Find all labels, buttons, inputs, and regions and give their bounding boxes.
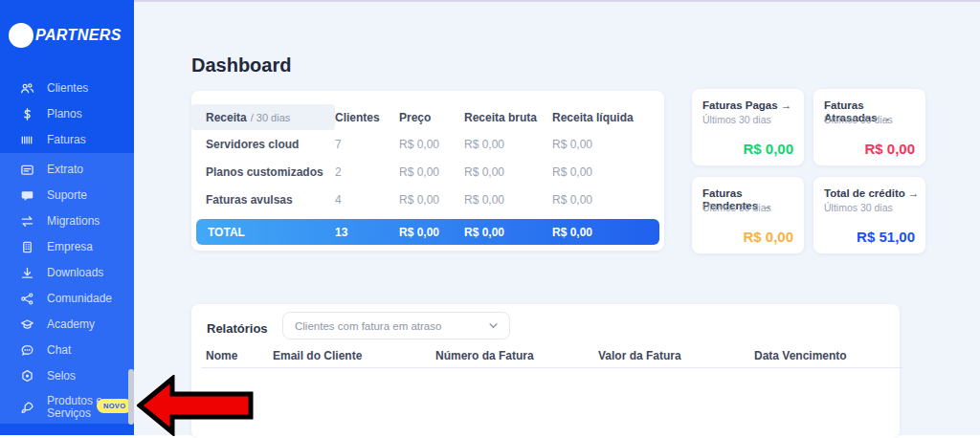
chevron-down-icon: [489, 323, 498, 329]
sidebar-item-empresa[interactable]: Empresa: [0, 234, 134, 260]
row-bruta: R$ 0,00: [464, 138, 552, 151]
total-label: TOTAL: [196, 226, 335, 239]
card-subtitle: Últimos 30 dias: [824, 114, 893, 125]
card-title: Total de crédito→: [824, 187, 919, 200]
column-header-clientes: Clientes: [335, 111, 399, 124]
revenue-table-header: Receita / 30 dias Clientes Preço Receita…: [191, 104, 664, 130]
sidebar-item-label: Extrato: [47, 164, 83, 176]
sidebar-item-extrato[interactable]: Extrato: [0, 157, 134, 183]
logo-text: PARTNERS: [35, 27, 122, 44]
row-clientes: 2: [335, 165, 399, 179]
building-icon: [20, 240, 34, 254]
sidebar-item-downloads[interactable]: Downloads: [0, 260, 134, 286]
sidebar-item-academy[interactable]: Academy: [0, 312, 134, 338]
seal-icon: [20, 369, 34, 383]
row-liquida: R$ 0,00: [552, 165, 664, 179]
table-row: Servidores cloud 7 R$ 0,00 R$ 0,00 R$ 0,…: [191, 130, 664, 158]
total-preco: R$ 0,00: [399, 226, 464, 239]
row-preco: R$ 0,00: [399, 165, 464, 179]
stat-cards: Faturas Pagas→ Últimos 30 dias R$ 0,00 F…: [692, 89, 925, 253]
column-header-valor-fatura: Valor da Fatura: [598, 349, 754, 362]
sidebar-item-label: Selos: [47, 370, 76, 383]
sidebar-item-label: Downloads: [47, 267, 103, 279]
revenue-header-period: / 30 dias: [251, 112, 291, 123]
card-title: Faturas Pagas→: [702, 99, 791, 112]
sidebar-item-label: Chat: [47, 344, 71, 357]
chat-dots-icon: [20, 343, 34, 358]
dollar-icon: [20, 107, 34, 121]
novo-badge: NOVO: [97, 399, 132, 413]
sidebar-item-label: Clientes: [47, 82, 88, 95]
report-select[interactable]: Clientes com fatura em atraso: [282, 312, 510, 339]
sidebar-item-produtos-servicos[interactable]: Produtos e Serviços NOVO: [0, 389, 134, 426]
sidebar-item-comunidade[interactable]: Comunidade: [0, 286, 134, 312]
card-faturas-pagas[interactable]: Faturas Pagas→ Últimos 30 dias R$ 0,00: [692, 89, 804, 165]
column-header-receita-bruta: Receita bruta: [464, 111, 552, 124]
row-preco: R$ 0,00: [399, 138, 464, 151]
sidebar-item-label: Empresa: [47, 241, 93, 253]
row-label: Planos customizados: [191, 165, 335, 179]
row-label: Faturas avulsas: [191, 193, 335, 207]
graduation-cap-icon: [20, 318, 34, 332]
card-value: R$ 0,00: [864, 141, 915, 157]
table-divider: [201, 367, 904, 368]
revenue-header-receita: Receita / 30 dias: [191, 104, 335, 130]
column-header-nome: Nome: [206, 349, 273, 362]
row-bruta: R$ 0,00: [464, 165, 552, 179]
card-total-credito[interactable]: Total de crédito→ Últimos 30 dias R$ 51,…: [813, 177, 925, 253]
sidebar-secondary-menu: Extrato Suporte Migrations Empresa Downl…: [0, 157, 134, 426]
sidebar-item-chat[interactable]: Chat: [0, 338, 134, 363]
card-subtitle: Últimos 30 dias: [824, 202, 893, 213]
sidebar-item-migrations[interactable]: Migrations: [0, 208, 134, 234]
sidebar-scrollbar-thumb[interactable]: [128, 369, 134, 425]
sidebar-item-planos[interactable]: Planos: [0, 101, 134, 127]
reports-table-header: Nome Email do Cliente Número da Fatura V…: [191, 346, 890, 365]
column-header-data-vencimento: Data Vencimento: [754, 349, 890, 362]
card-value: R$ 0,00: [743, 229, 793, 245]
row-liquida: R$ 0,00: [552, 193, 664, 207]
card-subtitle: Últimos 30 dias: [702, 202, 771, 213]
card-faturas-atrasadas[interactable]: Faturas Atrasadas→ Últimos 30 dias R$ 0,…: [813, 89, 925, 165]
sidebar-item-label: Faturas: [47, 134, 86, 146]
page-title: Dashboard: [191, 55, 291, 77]
sidebar: PARTNERS Clientes Planos Faturas Extrato…: [0, 0, 134, 435]
table-row: Faturas avulsas 4 R$ 0,00 R$ 0,00 R$ 0,0…: [191, 186, 664, 213]
sidebar-item-faturas[interactable]: Faturas: [0, 127, 134, 153]
total-clientes: 13: [335, 226, 399, 239]
row-clientes: 4: [335, 193, 399, 207]
row-clientes: 7: [335, 138, 399, 151]
network-icon: [20, 292, 34, 306]
report-select-value: Clientes com fatura em atraso: [295, 320, 441, 332]
column-header-numero-fatura: Número da Fatura: [435, 349, 598, 362]
row-liquida: R$ 0,00: [552, 138, 664, 151]
card-value: R$ 0,00: [743, 141, 793, 157]
users-icon: [20, 81, 34, 96]
reports-label: Relatórios: [207, 321, 268, 336]
arrow-right-icon: →: [908, 187, 920, 199]
column-header-preco: Preço: [399, 111, 464, 124]
swap-arrows-icon: [20, 214, 34, 229]
sidebar-item-selos[interactable]: Selos: [0, 363, 134, 389]
partners-logo[interactable]: PARTNERS: [9, 23, 122, 48]
row-label: Servidores cloud: [191, 138, 335, 151]
sidebar-item-label: Planos: [47, 108, 82, 120]
sidebar-item-label: Academy: [47, 318, 95, 331]
total-row: TOTAL 13 R$ 0,00 R$ 0,00 R$ 0,00: [196, 219, 659, 245]
download-icon: [20, 266, 34, 280]
sidebar-item-clientes[interactable]: Clientes: [0, 76, 134, 101]
card-faturas-pendentes[interactable]: Faturas Pendentes→ Últimos 30 dias R$ 0,…: [692, 177, 804, 253]
card-subtitle: Últimos 30 dias: [702, 114, 771, 125]
logo-circle-icon: [9, 23, 33, 48]
card-value: R$ 51,00: [857, 229, 915, 245]
table-row: Planos customizados 2 R$ 0,00 R$ 0,00 R$…: [191, 158, 664, 186]
column-header-receita-liquida: Receita líquida: [552, 111, 664, 124]
arrow-right-icon: →: [781, 99, 792, 111]
reports-card: Relatórios Clientes com fatura em atraso…: [191, 304, 900, 438]
sidebar-item-suporte[interactable]: Suporte: [0, 183, 134, 208]
total-bruta: R$ 0,00: [464, 226, 552, 239]
sidebar-item-label: Migrations: [47, 215, 100, 228]
barcode-icon: [20, 133, 34, 147]
statement-icon: [20, 163, 34, 177]
sidebar-primary-menu: Clientes Planos Faturas: [0, 76, 134, 153]
revenue-table-card: Receita / 30 dias Clientes Preço Receita…: [191, 91, 664, 251]
